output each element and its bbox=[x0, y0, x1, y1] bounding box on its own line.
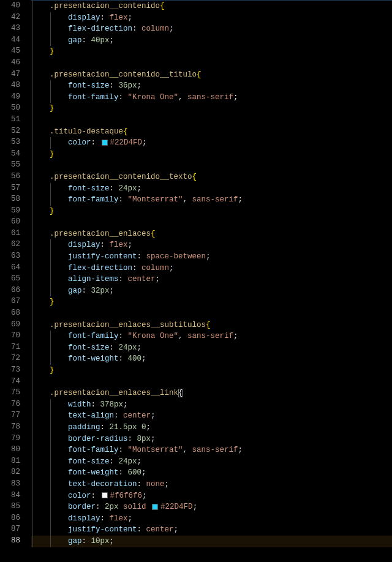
token-punc: : bbox=[91, 400, 100, 409]
code-line[interactable]: justify-content: center; bbox=[31, 524, 392, 536]
code-line[interactable]: color: #f6f6f6; bbox=[31, 490, 392, 502]
code-area[interactable]: .presentacion__contenido{ display: flex;… bbox=[29, 0, 392, 547]
color-swatch-icon[interactable] bbox=[152, 504, 158, 510]
code-line[interactable]: flex-direction: column; bbox=[31, 23, 392, 35]
token-brace: { bbox=[192, 173, 197, 181]
indent bbox=[31, 161, 50, 170]
code-line[interactable]: .presentacion__enlaces__link{ bbox=[31, 388, 392, 399]
code-line[interactable] bbox=[31, 160, 392, 171]
code-line[interactable]: padding: 21.5px 0; bbox=[31, 422, 392, 433]
code-line[interactable]: font-size: 24px; bbox=[31, 183, 392, 195]
bracket-match-cursor bbox=[178, 389, 183, 397]
code-line[interactable] bbox=[31, 377, 392, 388]
code-line[interactable]: } bbox=[31, 46, 392, 58]
token-str: "Montserrat" bbox=[128, 195, 183, 204]
token-val: solid bbox=[123, 503, 146, 511]
token-val: sans-serif bbox=[187, 93, 233, 102]
token-prop: display bbox=[68, 13, 100, 22]
code-line[interactable]: } bbox=[31, 149, 392, 160]
token-punc: : bbox=[100, 13, 110, 22]
code-line[interactable]: .titulo-destaque{ bbox=[31, 126, 392, 138]
code-line[interactable]: font-weight: 600; bbox=[31, 467, 392, 479]
indent bbox=[31, 321, 50, 329]
line-number: 61 bbox=[0, 228, 29, 239]
line-number: 69 bbox=[0, 319, 29, 331]
code-line[interactable]: .presentacion__contenido{ bbox=[31, 0, 392, 12]
code-line[interactable]: } bbox=[31, 365, 392, 377]
token-prop: font-weight bbox=[68, 354, 119, 363]
token-punc: : bbox=[100, 241, 110, 249]
token-prop: color bbox=[68, 492, 91, 500]
code-line[interactable]: .presentacion__contenido__texto{ bbox=[31, 171, 392, 183]
code-line[interactable]: .presentacion__enlaces{ bbox=[31, 228, 392, 240]
code-line[interactable]: flex-direction: column; bbox=[31, 263, 392, 274]
token-prop: font-family bbox=[68, 195, 119, 204]
indent bbox=[31, 138, 68, 147]
token-punc: : bbox=[119, 446, 128, 454]
code-line[interactable]: font-family: "Krona One", sans-serif; bbox=[31, 92, 392, 103]
code-line[interactable]: display: flex; bbox=[31, 513, 392, 525]
code-line[interactable]: border: 2px solid #22D4FD; bbox=[31, 501, 392, 513]
code-line[interactable] bbox=[31, 308, 392, 320]
token-prop: padding bbox=[68, 423, 100, 432]
code-line[interactable]: .presentacion__enlaces__subtitulos{ bbox=[31, 320, 392, 331]
line-number: 88 bbox=[0, 535, 29, 547]
code-line[interactable]: font-size: 24px; bbox=[31, 456, 392, 468]
code-line[interactable]: font-size: 24px; bbox=[31, 342, 392, 354]
code-line[interactable]: justify-content: space-between; bbox=[31, 251, 392, 263]
code-line[interactable]: color: #22D4FD; bbox=[31, 137, 392, 149]
token-prop: color bbox=[68, 138, 91, 147]
token-num: 32px bbox=[91, 287, 110, 295]
code-line[interactable]: display: flex; bbox=[31, 12, 392, 24]
token-punc: , bbox=[183, 446, 192, 454]
line-number: 81 bbox=[0, 455, 29, 467]
indent bbox=[31, 24, 68, 33]
line-number: 45 bbox=[0, 45, 29, 57]
code-line[interactable]: gap: 10px; bbox=[31, 536, 392, 547]
line-number: 76 bbox=[0, 399, 29, 410]
indent bbox=[31, 93, 68, 102]
code-line[interactable]: } bbox=[31, 296, 392, 308]
code-line[interactable]: border-radius: 8px; bbox=[31, 433, 392, 445]
code-line[interactable]: gap: 40px; bbox=[31, 35, 392, 47]
line-number: 84 bbox=[0, 490, 29, 501]
color-swatch-icon[interactable] bbox=[102, 140, 108, 146]
code-line[interactable]: text-align: center; bbox=[31, 410, 392, 422]
code-line[interactable]: font-family: "Montserrat", sans-serif; bbox=[31, 444, 392, 456]
token-str: "Krona One" bbox=[128, 332, 179, 340]
code-line[interactable]: .presentacion__contenido__titulo{ bbox=[31, 69, 392, 81]
code-line[interactable]: font-size: 36px; bbox=[31, 80, 392, 92]
token-punc: ; bbox=[238, 446, 243, 454]
code-line[interactable] bbox=[31, 58, 392, 69]
code-line[interactable]: font-weight: 400; bbox=[31, 353, 392, 365]
token-punc: ; bbox=[156, 275, 160, 283]
token-prop: gap bbox=[68, 537, 82, 545]
token-punc: : bbox=[119, 468, 128, 477]
line-number: 52 bbox=[0, 126, 29, 137]
token-prop: font-size bbox=[68, 343, 110, 352]
indent bbox=[31, 81, 68, 90]
code-line[interactable] bbox=[31, 217, 392, 228]
code-line[interactable]: font-family: "Krona One", sans-serif; bbox=[31, 331, 392, 342]
indent bbox=[31, 275, 68, 283]
token-punc: : bbox=[110, 343, 119, 352]
code-line[interactable]: gap: 32px; bbox=[31, 285, 392, 297]
token-punc: ; bbox=[169, 24, 174, 33]
token-str: "Krona One" bbox=[128, 93, 179, 102]
indent bbox=[31, 127, 50, 136]
code-line[interactable]: text-decoration: none; bbox=[31, 479, 392, 490]
code-line[interactable]: width: 378px; bbox=[31, 399, 392, 411]
token-prop: gap bbox=[68, 287, 82, 295]
token-val: sans-serif bbox=[192, 446, 238, 454]
code-line[interactable] bbox=[31, 114, 392, 126]
color-swatch-icon[interactable] bbox=[102, 492, 108, 498]
token-brace: { bbox=[160, 2, 165, 10]
indent bbox=[31, 59, 50, 67]
code-line[interactable]: display: flex; bbox=[31, 239, 392, 251]
code-line[interactable]: } bbox=[31, 206, 392, 217]
code-line[interactable]: align-items: center; bbox=[31, 274, 392, 285]
code-editor[interactable]: 4042434445464748495051525354555657585960… bbox=[0, 0, 392, 547]
code-line[interactable]: } bbox=[31, 103, 392, 114]
code-line[interactable]: font-family: "Montserrat", sans-serif; bbox=[31, 194, 392, 206]
token-punc: ; bbox=[137, 184, 142, 193]
